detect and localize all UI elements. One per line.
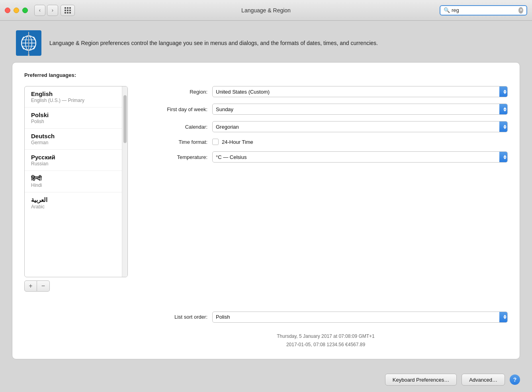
list-item[interactable]: العربية Arabic [25, 192, 122, 214]
nav-buttons: ‹ › [34, 5, 58, 16]
region-arrows [499, 86, 508, 97]
settings-column: Region: United States (Custom) First day… [144, 86, 508, 349]
week-row: First day of week: Sunday [144, 104, 508, 115]
week-value: Sunday [213, 106, 498, 112]
list-sort-value: Polish [213, 314, 498, 320]
time-format-label: Time format: [144, 139, 207, 145]
chevron-up-icon [503, 155, 507, 157]
region-label: Region: [144, 89, 207, 95]
remove-language-button[interactable]: − [37, 280, 50, 292]
language-list-container: English English (U.S.) — Primary Polski … [24, 86, 128, 349]
chevron-up-icon [503, 107, 507, 109]
list-item[interactable]: Polski Polish [25, 108, 122, 129]
search-icon: 🔍 [444, 7, 450, 13]
list-sort-select[interactable]: Polish [212, 312, 508, 323]
advanced-button[interactable]: Advanced… [462, 374, 505, 386]
back-button[interactable]: ‹ [34, 5, 45, 16]
close-button[interactable] [5, 8, 10, 13]
chevron-up-icon [503, 315, 507, 317]
header-description: Language & Region preferences control th… [49, 39, 378, 47]
time-format-row: Time format: 24-Hour Time [144, 139, 508, 145]
preview-line2: 2017-01-05, 07:08 1234.56 €4567.89 [144, 341, 508, 349]
time-format-checkbox[interactable] [212, 139, 219, 145]
grid-icon [65, 7, 71, 14]
language-list-inner[interactable]: English English (U.S.) — Primary Polski … [25, 86, 122, 277]
chevron-down-icon [503, 110, 507, 112]
week-arrows [499, 104, 508, 115]
maximize-button[interactable] [22, 8, 28, 13]
window-title: Language & Region [241, 7, 291, 14]
list-item[interactable]: हिन्दी Hindi [25, 171, 122, 192]
bottom-bar: Keyboard Preferences… Advanced… ? [0, 367, 532, 392]
temperature-arrows [499, 151, 508, 163]
chevron-down-icon [503, 317, 507, 319]
app-grid-button[interactable] [61, 5, 75, 16]
week-label: First day of week: [144, 106, 207, 112]
header-section: Language & Region preferences control th… [12, 30, 520, 56]
panel-body: English English (U.S.) — Primary Polski … [24, 86, 508, 349]
list-item[interactable]: Deutsch German [25, 129, 122, 150]
chevron-down-icon [503, 92, 507, 94]
time-format-checkbox-row: 24-Hour Time [212, 139, 253, 145]
scrollbar-thumb [123, 95, 127, 143]
chevron-up-icon [503, 90, 507, 92]
list-item[interactable]: English English (U.S.) — Primary [25, 86, 122, 108]
calendar-arrows [499, 121, 508, 132]
help-button[interactable]: ? [510, 374, 520, 385]
list-add-remove-buttons: + − [24, 280, 128, 292]
calendar-row: Calendar: Gregorian [144, 121, 508, 132]
un-flag-icon [16, 30, 41, 56]
language-list: English English (U.S.) — Primary Polski … [24, 86, 128, 277]
list-item[interactable]: Русский Russian [25, 150, 122, 171]
chevron-down-icon [503, 127, 507, 129]
temperature-label: Temperature: [144, 154, 207, 160]
traffic-lights [5, 8, 28, 13]
temperature-select[interactable]: °C — Celsius [212, 151, 508, 163]
chevron-down-icon [503, 157, 507, 159]
time-format-checkbox-label: 24-Hour Time [222, 139, 253, 145]
region-select[interactable]: United States (Custom) [212, 86, 508, 97]
list-sort-row: List sort order: Polish [144, 312, 508, 323]
forward-button[interactable]: › [47, 5, 58, 16]
preview-line1: Thursday, 5 January 2017 at 07:08:09 GMT… [144, 332, 508, 341]
search-container: 🔍 ✕ [440, 5, 527, 16]
list-sort-label: List sort order: [144, 314, 207, 320]
titlebar: ‹ › Language & Region 🔍 ✕ [0, 0, 532, 21]
calendar-label: Calendar: [144, 124, 207, 130]
minimize-button[interactable] [14, 8, 19, 13]
languages-panel-label: Preferred languages: [24, 72, 508, 78]
calendar-select[interactable]: Gregorian [212, 121, 508, 132]
scrollbar[interactable] [122, 86, 127, 277]
temperature-row: Temperature: °C — Celsius [144, 151, 508, 163]
main-panel: Preferred languages: English English (U.… [12, 62, 520, 359]
calendar-value: Gregorian [213, 124, 498, 130]
temperature-value: °C — Celsius [213, 154, 498, 160]
svg-rect-7 [28, 32, 29, 56]
list-sort-arrows [499, 312, 508, 323]
keyboard-preferences-button[interactable]: Keyboard Preferences… [385, 374, 457, 386]
content-area: Language & Region preferences control th… [0, 21, 532, 367]
region-value: United States (Custom) [213, 89, 498, 95]
chevron-up-icon [503, 125, 507, 127]
region-row: Region: United States (Custom) [144, 86, 508, 97]
preview-section: Thursday, 5 January 2017 at 07:08:09 GMT… [144, 332, 508, 349]
week-select[interactable]: Sunday [212, 104, 508, 115]
add-language-button[interactable]: + [24, 280, 37, 292]
search-clear-button[interactable]: ✕ [518, 7, 523, 14]
search-input[interactable] [452, 7, 518, 13]
